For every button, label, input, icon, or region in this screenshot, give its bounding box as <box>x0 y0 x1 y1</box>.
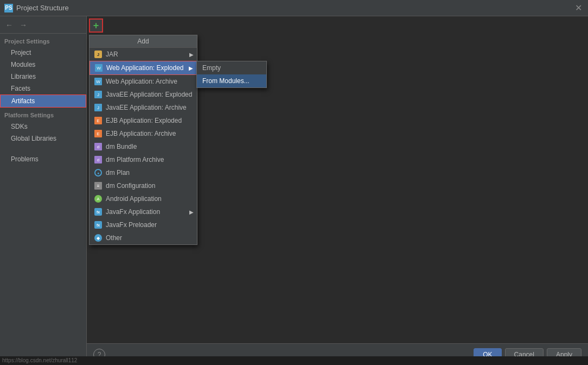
menu-item-jar[interactable]: J JAR ▶ <box>90 48 197 61</box>
menu-item-android-application[interactable]: A Android Application <box>90 192 197 205</box>
dm-bundle-icon: d <box>94 142 103 151</box>
menu-item-dm-configuration[interactable]: ≡ dm Configuration <box>90 179 197 192</box>
sidebar: ← → Project Settings Project Modules Lib… <box>0 16 87 365</box>
platform-settings-label: Platform Settings <box>0 108 86 121</box>
menu-item-dm-bundle[interactable]: d dm Bundle <box>90 140 197 153</box>
back-button[interactable]: ← <box>3 19 15 31</box>
javaee-exploded-icon: J <box>94 90 103 99</box>
main-container: ← → Project Settings Project Modules Lib… <box>0 16 588 365</box>
sidebar-item-sdks[interactable]: SDKs <box>0 121 86 133</box>
javaee-archive-icon: J <box>94 103 103 112</box>
jar-icon: J <box>94 50 103 59</box>
app-icon: PS <box>4 4 13 12</box>
project-settings-label: Project Settings <box>0 34 86 47</box>
dm-plan-icon: ● <box>94 168 103 177</box>
javafx-app-icon: fx <box>94 207 103 216</box>
menu-item-ejb-exploded[interactable]: E EJB Application: Exploded <box>90 114 197 127</box>
javafx-preloader-icon: fx <box>94 221 103 229</box>
webapp-archive-icon: W <box>94 77 103 86</box>
add-button-container: + Add J JAR ▶ W Web Application: Explode… <box>89 18 103 33</box>
sidebar-item-artifacts[interactable]: Artifacts <box>0 95 86 108</box>
sidebar-item-problems[interactable]: Problems <box>0 153 86 165</box>
menu-item-javafx-application[interactable]: fx JavaFx Application ▶ <box>90 205 197 218</box>
menu-item-web-app-archive[interactable]: W Web Application: Archive <box>90 75 197 88</box>
forward-button[interactable]: → <box>17 19 29 31</box>
add-button[interactable]: + <box>89 18 103 33</box>
sidebar-item-global-libraries[interactable]: Global Libraries <box>0 133 86 144</box>
url-bar: https://blog.csdn.net/zhurall112 <box>0 356 588 365</box>
menu-item-other[interactable]: ◆ Other <box>90 231 197 244</box>
add-dropdown: Add J JAR ▶ W Web Application: Exploded … <box>89 35 197 245</box>
menu-item-dm-plan[interactable]: ● dm Plan <box>90 166 197 179</box>
content-area: + Add J JAR ▶ W Web Application: Explode… <box>87 16 588 365</box>
sidebar-toolbar: ← → <box>0 16 86 34</box>
submenu-item-empty[interactable]: Empty <box>197 61 266 74</box>
ejb-exploded-icon: E <box>94 116 103 125</box>
menu-item-javaee-exploded[interactable]: J JavaEE Application: Exploded <box>90 88 197 101</box>
arrow-icon: ▶ <box>189 52 194 58</box>
submenu-item-from-modules[interactable]: From Modules... <box>197 74 266 87</box>
ejb-archive-icon: E <box>94 129 103 138</box>
android-icon: A <box>94 194 103 203</box>
menu-item-javaee-archive[interactable]: J JavaEE Application: Archive <box>90 101 197 114</box>
menu-item-ejb-archive[interactable]: E EJB Application: Archive <box>90 127 197 140</box>
sidebar-item-facets[interactable]: Facets <box>0 83 86 95</box>
add-menu: Add J JAR ▶ W Web Application: Exploded … <box>89 35 197 245</box>
webapp-exploded-icon: W <box>94 64 103 72</box>
window-title: Project Structure <box>16 4 69 12</box>
menu-item-javafx-preloader[interactable]: fx JavaFx Preloader <box>90 218 197 231</box>
sidebar-item-libraries[interactable]: Libraries <box>0 71 86 83</box>
close-button[interactable]: ✕ <box>573 3 584 14</box>
sidebar-item-modules[interactable]: Modules <box>0 59 86 71</box>
other-icon: ◆ <box>94 234 103 242</box>
submenu: Empty From Modules... <box>196 61 267 88</box>
dm-config-icon: ≡ <box>94 181 103 190</box>
add-menu-header: Add <box>90 35 197 48</box>
javafx-arrow-icon: ▶ <box>189 209 194 215</box>
dm-platform-archive-icon: d <box>94 155 103 164</box>
title-bar: PS Project Structure ✕ <box>0 0 588 16</box>
sidebar-item-project[interactable]: Project <box>0 47 86 59</box>
menu-item-dm-platform-archive[interactable]: d dm Platform Archive <box>90 153 197 166</box>
submenu-arrow-icon: ▶ <box>189 65 193 71</box>
menu-item-web-app-exploded[interactable]: W Web Application: Exploded ▶ Empty From… <box>90 61 197 75</box>
